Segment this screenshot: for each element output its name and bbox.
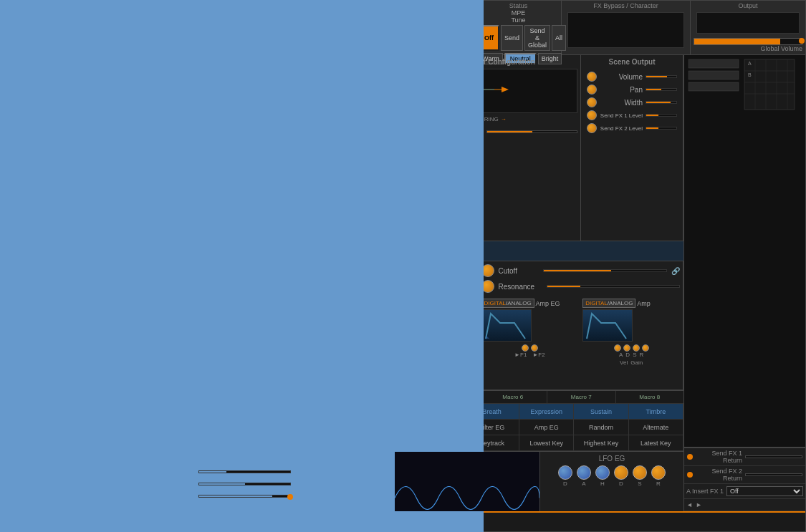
global-volume-label: Global Volume xyxy=(694,45,802,52)
filter2-cutoff-label: Cutoff xyxy=(499,267,539,275)
amp-r-knob[interactable] xyxy=(642,344,649,352)
mod-latest-key[interactable]: Latest Key xyxy=(629,435,683,450)
lfo-eg-r-knob[interactable] xyxy=(651,465,666,480)
amp-eg-f1-label: ►F1 xyxy=(514,352,527,358)
amp-eg-f1-knob[interactable] xyxy=(522,344,529,352)
amp-eg-label: Amp EG xyxy=(536,300,560,307)
filter-ring[interactable]: RING xyxy=(484,116,499,122)
volume-label: Volume xyxy=(600,73,643,81)
digital-badge-2[interactable]: DIGITAL/ANALOG xyxy=(481,299,534,308)
lfo-eg-s-knob[interactable] xyxy=(633,465,647,480)
lfo-waveform-display: 0 s 2.5 s 5 s xyxy=(395,452,540,511)
vel-label: Vel xyxy=(620,359,628,366)
lfo-eg-d2-label: D xyxy=(619,480,623,487)
amp-a-knob[interactable] xyxy=(614,344,621,352)
amp-eg-f2-knob[interactable] xyxy=(531,344,538,352)
macro-6[interactable]: Macro 6 xyxy=(479,391,548,403)
amp-eg-f2-label: ►F2 xyxy=(532,352,544,358)
svg-marker-26 xyxy=(486,335,489,339)
width-label: Width xyxy=(600,99,643,107)
lfo-eg-d2-knob[interactable] xyxy=(614,465,628,480)
lfo-eg-d-knob[interactable] xyxy=(558,465,572,480)
filter-arrow[interactable]: → xyxy=(501,116,507,122)
pan-knob[interactable] xyxy=(587,84,597,95)
lfo-eg-a-label: A xyxy=(582,480,585,487)
amp-label: Amp xyxy=(637,300,651,307)
send-fx2-label: Send FX 2 Level xyxy=(600,125,643,132)
mod-highest-key[interactable]: Highest Key xyxy=(574,435,628,450)
send-button[interactable]: Send xyxy=(501,25,523,51)
send-fx2-return-label: Send FX 2 Return xyxy=(696,468,742,482)
global-volume-bar[interactable] xyxy=(694,38,802,45)
send-global-button[interactable]: Send & Global xyxy=(524,25,550,51)
insert-fx-dropdown[interactable]: Off xyxy=(726,486,803,496)
scene-output-title: Scene Output xyxy=(584,58,680,66)
lfo-eg-title: LFO EG xyxy=(543,455,681,463)
amp-r-label: R xyxy=(639,352,643,358)
filter2-lock-icon[interactable]: 🔗 xyxy=(671,267,680,275)
svg-rect-29 xyxy=(689,71,739,79)
insert-fx-label: A Insert FX 1 xyxy=(686,488,724,495)
send-fx1-indicator xyxy=(687,454,693,460)
lfo-eg-s-label: S xyxy=(638,480,641,487)
output-label: Output xyxy=(694,2,802,9)
filter2-resonance-label: Resonance xyxy=(499,283,542,291)
insert-fx-left-icon[interactable]: ◄ xyxy=(686,501,693,508)
amp-d-label: D xyxy=(625,352,630,358)
pan-label: Pan xyxy=(600,86,643,94)
tune-label: Tune xyxy=(479,16,558,24)
amp-display xyxy=(582,309,633,342)
svg-rect-31 xyxy=(744,59,795,110)
mod-sustain[interactable]: Sustain xyxy=(574,404,628,419)
amp-s-knob[interactable] xyxy=(633,344,640,352)
mod-alternate[interactable]: Alternate xyxy=(629,420,683,435)
routing-display: A B xyxy=(684,55,805,448)
macro-8[interactable]: Macro 8 xyxy=(616,391,684,403)
insert-fx-right-icon[interactable]: ► xyxy=(696,501,702,508)
gain-label: Gain xyxy=(630,359,643,366)
lfo-eg-a-knob[interactable] xyxy=(577,465,591,480)
send-fx2-return-slider[interactable] xyxy=(745,473,802,476)
lfo-eg-h-knob[interactable] xyxy=(595,465,610,480)
send-fx2-knob[interactable] xyxy=(587,123,597,133)
svg-text:A: A xyxy=(748,61,752,66)
digital-badge-3[interactable]: DIGITAL/ANALOG xyxy=(582,299,635,308)
macro-7[interactable]: Macro 7 xyxy=(547,391,616,403)
svg-text:B: B xyxy=(748,72,752,77)
send-fx1-return-label: Send FX 1 Return xyxy=(696,450,742,464)
send-fx2-indicator xyxy=(687,472,693,478)
status-label: Status xyxy=(479,2,558,9)
mod-lowest-key[interactable]: Lowest Key xyxy=(519,435,574,450)
amp-a-label: A xyxy=(619,352,623,358)
amp-d-knob[interactable] xyxy=(623,344,630,352)
amp-eg-display xyxy=(481,309,532,342)
mod-timbre[interactable]: Timbre xyxy=(629,404,683,419)
send-fx1-label: Send FX 1 Level xyxy=(600,112,643,119)
lfo-eg-d-label: D xyxy=(563,480,567,487)
lfo-eg-h-label: H xyxy=(600,480,605,487)
svg-rect-28 xyxy=(689,59,739,68)
send-fx1-return-slider[interactable] xyxy=(745,455,802,458)
send-fx1-knob[interactable] xyxy=(587,110,597,120)
width-knob[interactable] xyxy=(587,97,597,107)
mod-random[interactable]: Random xyxy=(574,420,628,435)
amp-s-label: S xyxy=(633,352,636,358)
mod-amp-eg[interactable]: Amp EG xyxy=(519,420,574,435)
svg-rect-30 xyxy=(689,82,739,91)
svg-marker-23 xyxy=(502,87,509,92)
fx-bypass-label: FX Bypass / Character xyxy=(565,2,687,9)
mpe-label: MPE xyxy=(479,9,558,16)
volume-knob[interactable] xyxy=(587,72,597,82)
lfo-eg-r-label: R xyxy=(656,480,661,487)
mod-expression[interactable]: Expression xyxy=(519,404,574,419)
